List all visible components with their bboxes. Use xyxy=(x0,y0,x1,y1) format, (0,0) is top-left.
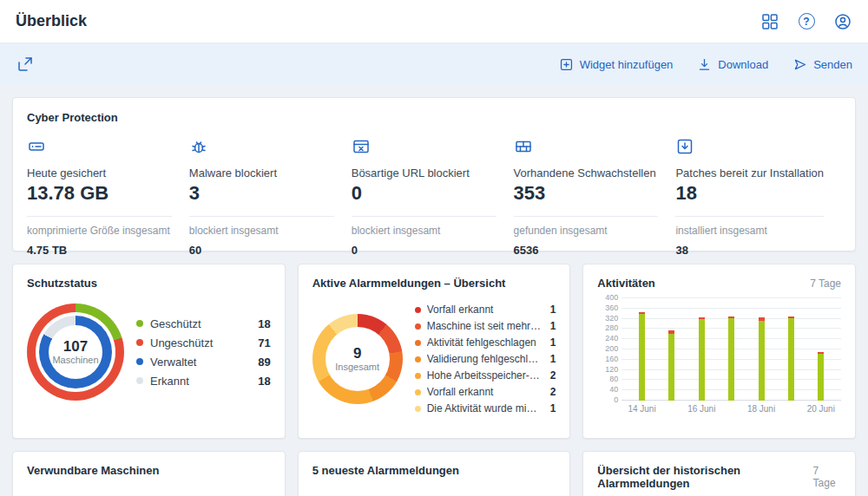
legend-item[interactable]: Validierung fehlgeschl…1 xyxy=(415,353,556,365)
legend-dot xyxy=(415,307,421,313)
legend-item[interactable]: Erkannt18 xyxy=(136,375,271,388)
vulnerable-machines-title: Verwundbare Maschinen xyxy=(27,464,159,477)
send-icon xyxy=(792,57,807,72)
legend-item[interactable]: Aktivität fehlgeschlagen1 xyxy=(415,336,556,349)
x-tick-label xyxy=(716,404,746,414)
bar-column[interactable] xyxy=(687,317,716,401)
stat-patches-ready[interactable]: Patches bereit zur Installation 18 insta… xyxy=(675,137,841,257)
protection-status-donut: 107 Maschinen xyxy=(27,303,124,401)
stat-label: Heute gesichert xyxy=(27,166,172,179)
legend-dot xyxy=(415,406,421,412)
help-icon[interactable]: ? xyxy=(797,12,816,31)
question-mark-glyph: ? xyxy=(799,13,815,29)
legend-label: Aktivität fehlgeschlagen xyxy=(427,336,543,349)
legend-value: 1 xyxy=(550,402,556,414)
x-tick-label: 16 Juni xyxy=(687,404,716,414)
stat-sub: installiert insgesamt 38 xyxy=(675,216,824,257)
y-tick-label: 320 xyxy=(595,315,618,323)
app-header: Überblick ? xyxy=(0,0,868,43)
latest-alerts-title: 5 neueste Alarmmeldungen xyxy=(312,464,459,477)
activities-chart: 04080120160200240280320360400 14 Juni16 … xyxy=(597,298,841,414)
x-tick-label: 18 Juni xyxy=(746,404,776,414)
activity-bar xyxy=(818,352,824,401)
succeeded-segment xyxy=(668,334,674,401)
legend-label: Maschine ist seit mehr… xyxy=(427,320,543,332)
x-tick-label xyxy=(657,404,687,414)
legend-label: Geschützt xyxy=(150,317,251,330)
activities-card: Aktivitäten 7 Tage 040801201602002402803… xyxy=(582,264,856,439)
legend-item[interactable]: Verwaltet89 xyxy=(136,356,271,369)
machines-label: Maschinen xyxy=(52,355,98,365)
stat-malicious-url-blocked[interactable]: Bösartige URL blockiert 0 blockiert insg… xyxy=(352,137,514,257)
download-label: Download xyxy=(718,58,768,71)
legend-dot xyxy=(415,389,421,395)
legend-item[interactable]: Maschine ist seit mehr…1 xyxy=(415,320,556,332)
stat-existing-vulnerabilities[interactable]: Vorhandene Schwachstellen 353 gefunden i… xyxy=(514,137,676,257)
add-widget-button[interactable]: Widget hinzufügen xyxy=(559,57,674,72)
patches-icon xyxy=(675,144,694,159)
widgets-row: Schutzstatus 107 Maschinen Geschützt18Un… xyxy=(12,264,856,439)
bar-column[interactable] xyxy=(657,330,687,401)
y-tick-label: 240 xyxy=(595,335,618,343)
legend-value: 18 xyxy=(258,375,270,388)
legend-value: 1 xyxy=(550,303,556,316)
stat-label: Malware blockiert xyxy=(189,166,334,179)
malware-bug-icon xyxy=(189,144,208,159)
legend-item[interactable]: Geschützt18 xyxy=(136,317,271,330)
legend-label: Verwaltet xyxy=(150,356,251,369)
bar-column[interactable] xyxy=(627,312,656,401)
y-tick-label: 360 xyxy=(595,304,618,312)
stat-label: Vorhandene Schwachstellen xyxy=(514,166,659,179)
bottom-widgets-row: Verwundbare Maschinen 5 neueste Alarmmel… xyxy=(12,451,856,496)
historical-alerts-title: Übersicht der historischen Alarmmeldunge… xyxy=(597,464,812,490)
legend-item[interactable]: Ungeschützt71 xyxy=(136,336,271,349)
stat-value: 13.78 GB xyxy=(27,182,172,205)
legend-dot xyxy=(415,373,421,379)
legend-dot xyxy=(415,356,421,362)
stat-backed-up-today[interactable]: Heute gesichert 13.78 GB komprimierte Gr… xyxy=(27,137,189,257)
legend-dot xyxy=(415,340,421,346)
legend-dot xyxy=(136,377,143,384)
activity-bar xyxy=(759,317,765,401)
legend-label: Erkannt xyxy=(150,375,251,388)
account-icon[interactable] xyxy=(833,12,852,31)
bar-column[interactable] xyxy=(776,317,806,401)
protection-status-donut-inner: 107 Maschinen xyxy=(39,316,112,388)
bar-column[interactable] xyxy=(716,317,746,401)
stat-malware-blocked[interactable]: Malware blockiert 3 blockiert insgesamt … xyxy=(189,137,352,257)
stat-sub-label: blockiert insgesamt xyxy=(352,225,496,237)
stat-sub: blockiert insgesamt 0 xyxy=(352,216,496,257)
page-title: Überblick xyxy=(16,12,87,30)
y-tick-label: 80 xyxy=(595,375,618,383)
legend-item[interactable]: Die Aktivität wurde mi…1 xyxy=(415,402,556,414)
cyber-protection-card: Cyber Protection Heute gesichert 13.78 G… xyxy=(12,97,856,251)
download-button[interactable]: Download xyxy=(697,57,768,72)
legend-value: 1 xyxy=(550,320,556,332)
y-tick-label: 280 xyxy=(595,324,618,332)
apps-menu-icon[interactable] xyxy=(760,12,779,31)
legend-label: Ungeschützt xyxy=(150,336,251,349)
stat-sub: gefunden insgesamt 6536 xyxy=(514,216,659,257)
legend-item[interactable]: Vorfall erkannt1 xyxy=(415,303,556,316)
activity-bar xyxy=(699,317,705,401)
bar-column[interactable] xyxy=(806,352,836,401)
protection-status-card: Schutzstatus 107 Maschinen Geschützt18Un… xyxy=(12,264,286,439)
expand-dashboard-icon[interactable] xyxy=(16,55,35,74)
legend-label: Die Aktivität wurde mi… xyxy=(427,402,543,414)
stat-value: 353 xyxy=(514,182,659,205)
succeeded-segment xyxy=(699,319,705,401)
legend-item[interactable]: Vorfall erkannt2 xyxy=(415,386,556,398)
succeeded-segment xyxy=(788,318,794,401)
activity-bar xyxy=(728,317,734,401)
active-alerts-title: Aktive Alarmmeldungen – Übersicht xyxy=(312,277,506,290)
send-button[interactable]: Senden xyxy=(792,57,852,72)
toolbar: Widget hinzufügen Download Senden xyxy=(0,43,868,85)
succeeded-segment xyxy=(639,314,645,401)
stat-sub-value: 6536 xyxy=(514,244,659,257)
alerts-total-label: Insgesamt xyxy=(335,362,379,372)
legend-value: 1 xyxy=(550,353,556,365)
bar-column[interactable] xyxy=(746,317,776,401)
legend-dot xyxy=(136,339,143,346)
legend-item[interactable]: Hohe Arbeitsspeicher-…2 xyxy=(415,369,556,382)
legend-label: Vorfall erkannt xyxy=(427,303,543,316)
